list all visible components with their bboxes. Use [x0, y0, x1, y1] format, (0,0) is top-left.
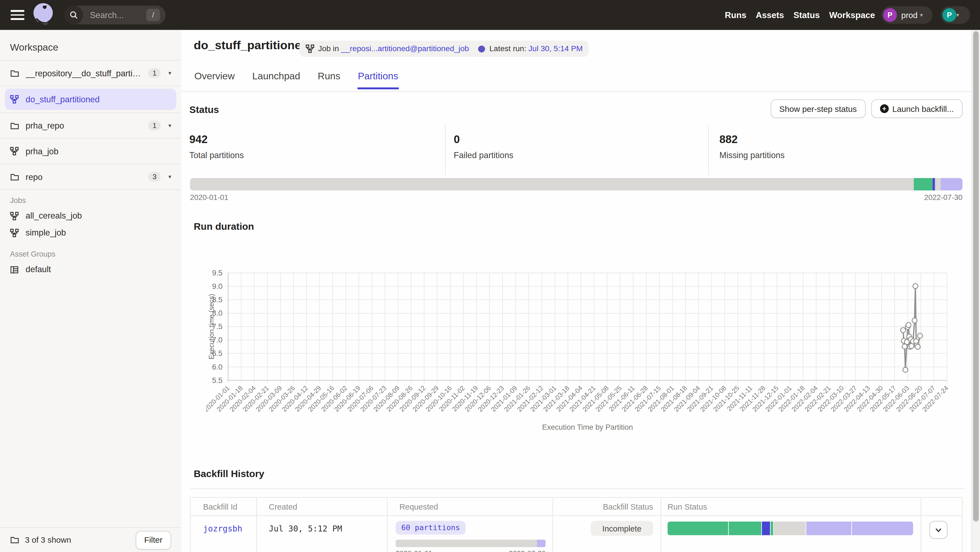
sidebar-item-do-stuff-partitioned[interactable]: do_stuff_partitioned	[0, 89, 181, 113]
stat-failed-partitions: 0Failed partitions	[445, 125, 708, 175]
folder-icon	[10, 535, 19, 545]
chevron-down-icon: ▾	[920, 12, 923, 18]
segment-lavender	[940, 178, 963, 191]
search-shortcut-key: /	[146, 9, 160, 21]
partition-range-start: 2020-01-01	[190, 193, 228, 202]
expand-row-button[interactable]	[929, 521, 947, 539]
top-nav-assets[interactable]: Assets	[756, 10, 784, 20]
sidebar-item-prha-repo[interactable]: prha_repo1▾	[0, 113, 181, 139]
col-backfill-status: Backfill Status	[598, 502, 653, 512]
segment-green	[729, 521, 762, 535]
job-icon	[10, 228, 19, 237]
requested-range-dates: 2020-01-01 2022-07-30	[396, 550, 546, 552]
launch-backfill-button[interactable]: +Launch backfill...	[871, 99, 963, 118]
chevron-down-icon[interactable]: ▾	[169, 70, 171, 76]
sidebar-item-repo[interactable]: repo3▾	[0, 164, 181, 190]
sidebar-item-label: all_cereals_job	[26, 211, 82, 220]
col-run-status: Run Status	[667, 502, 707, 512]
tab-overview[interactable]: Overview	[194, 69, 235, 89]
hamburger-menu-icon[interactable]	[11, 10, 24, 20]
sidebar-item-simple-job[interactable]: simple_job	[0, 224, 181, 241]
sidebar-item-label: default	[26, 265, 51, 274]
stat-total-partitions: 942Total partitions	[181, 125, 445, 175]
top-nav-runs[interactable]: Runs	[725, 10, 746, 20]
latest-run-label: Latest run:	[490, 44, 527, 53]
segment-lavender	[537, 540, 546, 547]
count-badge: 3	[148, 172, 161, 182]
job-tabs: OverviewLaunchpadRunsPartitions	[181, 69, 972, 92]
segment-green	[771, 521, 774, 535]
latest-run-chip: Latest run: Jul 30, 5:14 PM	[472, 40, 589, 57]
segment-gray	[396, 540, 537, 547]
stat-value: 0	[454, 133, 708, 146]
grid-icon	[10, 265, 19, 274]
page-title: do_stuff_partitioned	[194, 39, 309, 52]
job-origin-chip: Job in __reposi...artitioned@partitioned…	[299, 40, 487, 57]
run-duration-chart: 2020-01-012020-01-182020-02-042020-02-21…	[206, 269, 950, 425]
col-backfill-id: Backfill Id	[203, 502, 237, 512]
deployment-name: prod	[901, 10, 917, 20]
sidebar-item-default[interactable]: default	[0, 261, 181, 278]
filter-button[interactable]: Filter	[135, 531, 171, 549]
partition-status-bar[interactable]	[190, 178, 963, 191]
tab-launchpad[interactable]: Launchpad	[251, 69, 301, 89]
top-nav-workspace[interactable]: Workspace	[829, 10, 875, 20]
svg-text:9.5: 9.5	[212, 269, 223, 277]
top-nav-status[interactable]: Status	[793, 10, 819, 20]
search-icon	[64, 6, 83, 24]
requested-range-start: 2020-01-01	[396, 550, 432, 552]
col-requested: Requested	[399, 502, 438, 512]
scrollbar-thumb[interactable]	[973, 31, 978, 521]
chevron-down-icon[interactable]: ▾	[169, 122, 171, 129]
backfill-id-link[interactable]: jozrgsbh	[203, 524, 242, 533]
sidebar-item-prha-job[interactable]: prha_job	[0, 139, 181, 164]
status-heading: Status	[189, 104, 219, 116]
sidebar-item-label: __repository__do_stuff_partitio...	[26, 68, 143, 78]
tab-runs[interactable]: Runs	[317, 69, 341, 89]
stat-missing-partitions: 882Missing partitions	[708, 125, 972, 175]
top-nav-bar: / RunsAssetsStatusWorkspace P prod ▾ P ▾	[0, 0, 980, 30]
folder-icon	[10, 121, 19, 130]
job-icon	[10, 211, 19, 220]
backfill-table-header: Backfill Id Created Requested Backfill S…	[191, 498, 962, 516]
svg-text:Execution time (secs): Execution time (secs)	[207, 294, 215, 359]
count-badge: 1	[148, 121, 161, 131]
svg-text:5.5: 5.5	[212, 376, 223, 385]
sidebar-item-all-cereals-job[interactable]: all_cereals_job	[0, 207, 181, 224]
segment-gray	[190, 178, 913, 191]
app-viewport: / RunsAssetsStatusWorkspace P prod ▾ P ▾…	[0, 0, 980, 552]
chart-caption: Execution Time by Partition	[228, 423, 947, 431]
backfill-status-badge: Incomplete	[591, 521, 653, 536]
tab-partitions[interactable]: Partitions	[357, 69, 399, 89]
global-search: /	[64, 6, 165, 24]
page-scrollbar[interactable]	[971, 30, 980, 552]
svg-text:6.0: 6.0	[212, 363, 223, 371]
backfill-row: jozrgsbh Jul 30, 5:12 PM 60 partitions 2…	[191, 516, 962, 552]
run-status-bar[interactable]	[667, 521, 913, 535]
sidebar-item-repository-do-stuff-partitio[interactable]: __repository__do_stuff_partitio...1▾	[0, 60, 181, 86]
requested-partitions-chip[interactable]: 60 partitions	[396, 521, 466, 535]
chevron-down-icon[interactable]: ▾	[169, 174, 171, 180]
requested-progress-bar	[396, 540, 546, 547]
repo-count-label: 3 of 3 shown	[25, 535, 71, 545]
job-icon	[10, 146, 19, 155]
main-content: do_stuff_partitioned Job in __reposi...a…	[181, 30, 972, 552]
job-chip-link[interactable]: __reposi...artitioned@partitioned_job	[341, 44, 469, 53]
user-menu[interactable]: P ▾	[940, 6, 970, 24]
run-duration-heading: Run duration	[194, 221, 254, 232]
sidebar-item-label: prha_job	[26, 146, 59, 155]
sidebar-sections: Jobsall_cereals_jobsimple_jobAsset Group…	[0, 187, 181, 278]
partition-bar-dates: 2020-01-01 2022-07-30	[190, 193, 963, 202]
col-created: Created	[269, 502, 297, 512]
sidebar-item-label: do_stuff_partitioned	[26, 95, 100, 104]
latest-run-link[interactable]: Jul 30, 5:14 PM	[528, 44, 583, 53]
segment-blue	[762, 521, 771, 535]
partition-range-end: 2022-07-30	[924, 193, 963, 202]
search-input[interactable]	[89, 10, 140, 20]
show-per-step-status-button[interactable]: Show per-step status	[771, 99, 865, 118]
dagster-logo-icon[interactable]	[31, 2, 55, 28]
deployment-switcher[interactable]: P prod ▾	[881, 6, 932, 24]
segment-green	[667, 521, 729, 535]
deployment-avatar: P	[883, 8, 897, 22]
top-nav-links: RunsAssetsStatusWorkspace	[725, 0, 875, 30]
